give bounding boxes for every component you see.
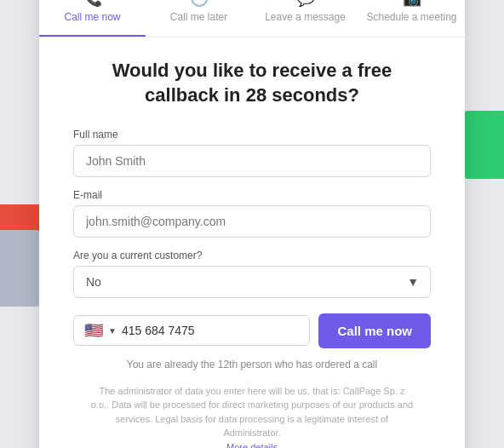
email-input[interactable] [73, 205, 431, 238]
tab-call-me-now-label: Call me now [64, 11, 120, 23]
customer-select-wrapper: No Yes ▼ [73, 266, 431, 298]
fullname-input[interactable] [73, 145, 431, 177]
tab-call-me-later-label: Call me later [170, 11, 227, 23]
flag-icon: 🇺🇸 [84, 323, 103, 338]
clock-icon: 🕐 [190, 0, 209, 6]
more-details-link[interactable]: More details [226, 442, 278, 448]
call-me-now-button[interactable]: Call me now [318, 313, 431, 348]
tab-bar: 📞 Call me now 🕐 Call me later 💬 Leave a … [39, 0, 465, 37]
email-group: E-mail [73, 189, 431, 238]
fullname-label: Full name [73, 129, 431, 141]
legal-text: The administrator of data you enter here… [73, 384, 431, 448]
tab-leave-message-label: Leave a message [265, 11, 346, 23]
callback-modal: × 📞 Call me now 🕐 Call me later 💬 Leave … [39, 0, 465, 448]
headline: Would you like to receive a free callbac… [73, 58, 431, 108]
flag-dropdown-arrow[interactable]: ▼ [108, 326, 117, 336]
tab-call-me-later[interactable]: 🕐 Call me later [146, 0, 252, 37]
message-icon: 💬 [296, 0, 315, 6]
phone-icon: 📞 [83, 0, 102, 6]
order-note: You are already the 12th person who has … [73, 359, 431, 370]
email-label: E-mail [73, 189, 431, 201]
tab-call-me-now[interactable]: 📞 Call me now [39, 0, 146, 37]
gray-decoration [0, 230, 43, 307]
phone-cta-row: 🇺🇸 ▼ Call me now [73, 313, 431, 348]
phone-input-wrapper: 🇺🇸 ▼ [73, 315, 310, 346]
customer-group: Are you a current customer? No Yes ▼ [73, 250, 431, 298]
customer-select[interactable]: No Yes [73, 266, 431, 298]
tab-schedule-meeting[interactable]: 📷 Schedule a meeting [358, 0, 465, 37]
fullname-group: Full name [73, 129, 431, 177]
tab-schedule-meeting-label: Schedule a meeting [366, 11, 456, 23]
tab-leave-message[interactable]: 💬 Leave a message [252, 0, 358, 37]
green-decoration [461, 111, 504, 179]
camera-icon: 📷 [403, 0, 421, 6]
form-content: Would you like to receive a free callbac… [39, 37, 465, 448]
customer-label: Are you a current customer? [73, 250, 431, 261]
phone-input[interactable] [122, 324, 300, 337]
